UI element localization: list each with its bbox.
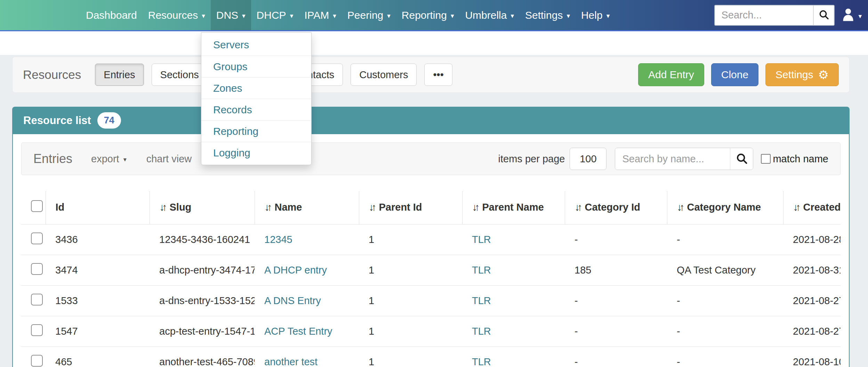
- sort-icon: ↓↑: [472, 202, 477, 213]
- nav-item[interactable]: Dashboard ▾: [80, 0, 143, 30]
- chevron-down-icon: ▾: [511, 12, 514, 20]
- nav-item[interactable]: Help ▾: [576, 0, 615, 30]
- dns-menu-item[interactable]: Zones: [201, 77, 311, 99]
- resource-list-body: Entries export ▾ chart view show filters…: [12, 134, 850, 367]
- nav-item[interactable]: DNS ▾: [211, 0, 251, 30]
- sort-icon: ↓↑: [265, 202, 270, 213]
- parent-name-link[interactable]: TLR: [472, 356, 491, 367]
- entry-name-link[interactable]: another test: [264, 356, 318, 367]
- entries-table-area: ↓↑Id ↓↑Slug ↓↑Name ↓↑Pa: [21, 191, 841, 367]
- column-header[interactable]: ↓↑Id: [46, 191, 150, 225]
- resource-tab[interactable]: Sections: [152, 64, 208, 86]
- row-checkbox[interactable]: [31, 263, 43, 275]
- global-search-input[interactable]: [715, 6, 813, 25]
- nav-item[interactable]: Resources ▾: [143, 0, 211, 30]
- name-search-button[interactable]: [730, 148, 753, 170]
- cell-id: 3474: [46, 255, 150, 286]
- cell-parent-id: 1: [359, 255, 462, 286]
- chevron-down-icon: ▾: [858, 12, 862, 20]
- dns-menu-item-label: Reporting: [213, 125, 258, 137]
- chevron-down-icon: ▾: [123, 156, 127, 163]
- nav-item[interactable]: DHCP ▾: [251, 0, 299, 30]
- resource-tab[interactable]: •••: [424, 64, 452, 86]
- nav-item-label: Resources: [148, 9, 198, 21]
- dns-menu-item-label: Logging: [213, 147, 250, 159]
- entry-name-link[interactable]: 12345: [264, 234, 292, 245]
- column-header[interactable]: ↓↑Created: [783, 191, 841, 225]
- row-checkbox[interactable]: [31, 294, 43, 305]
- nav-item[interactable]: Settings ▾: [520, 0, 576, 30]
- column-header[interactable]: ↓↑Name: [255, 191, 359, 225]
- cell-slug: another-test-465-70893: [150, 347, 255, 367]
- cell-slug: 12345-3436-160241: [150, 225, 255, 255]
- chevron-down-icon: ▾: [290, 12, 294, 20]
- column-header[interactable]: ↓↑Parent Name: [462, 191, 565, 225]
- entry-name-link[interactable]: A DNS Entry: [264, 295, 321, 306]
- name-search-input[interactable]: [615, 148, 730, 170]
- global-search-button[interactable]: [813, 6, 834, 25]
- dns-menu-item[interactable]: Groups: [201, 56, 311, 77]
- header-actions: Add Entry Clone Settings ⚙: [631, 63, 839, 86]
- cell-category-name: -: [667, 225, 783, 255]
- settings-button[interactable]: Settings ⚙: [765, 63, 839, 86]
- resource-tab-label: Customers: [359, 69, 408, 81]
- user-menu[interactable]: ▾: [842, 8, 862, 23]
- resource-list-panel: Resource list 74 Entries export ▾ chart …: [12, 107, 850, 367]
- select-all-checkbox[interactable]: [31, 200, 43, 212]
- cell-id: 1533: [46, 286, 150, 316]
- dns-menu-item[interactable]: Logging: [201, 142, 311, 163]
- column-header[interactable]: ↓↑Category Name: [667, 191, 783, 225]
- add-entry-button[interactable]: Add Entry: [638, 63, 704, 86]
- column-header[interactable]: ↓↑Slug: [150, 191, 255, 225]
- nav-item-label: DHCP: [257, 9, 286, 21]
- column-header-label: Name: [275, 202, 302, 213]
- parent-name-link[interactable]: TLR: [472, 264, 491, 276]
- cell-category-id: -: [565, 316, 667, 347]
- nav-item[interactable]: IPAM ▾: [299, 0, 342, 30]
- cell-parent-id: 1: [359, 316, 462, 347]
- items-per-page-input[interactable]: [570, 148, 606, 170]
- dns-dropdown-menu: Servers Groups Zones Records Reporting L…: [201, 32, 312, 165]
- dns-menu-item[interactable]: Servers: [201, 34, 311, 56]
- cell-category-id: 185: [565, 255, 667, 286]
- export-dropdown[interactable]: export ▾: [91, 153, 127, 165]
- cell-created: 2021-08-10 17: [783, 347, 841, 367]
- nav-menu: Dashboard ▾ Resources ▾ DNS ▾ DHCP ▾ IPA…: [80, 0, 615, 30]
- nav-item-label: Peering: [347, 9, 383, 21]
- chevron-down-icon: ▾: [333, 12, 336, 20]
- parent-name-link[interactable]: TLR: [472, 326, 491, 337]
- clone-button[interactable]: Clone: [711, 63, 758, 86]
- parent-name-link[interactable]: TLR: [472, 234, 491, 245]
- dns-menu-item-label: Servers: [213, 39, 249, 51]
- resource-list-heading: Resource list 74: [12, 107, 850, 134]
- cell-category-name: QA Test Category: [667, 255, 783, 286]
- table-row: 1547 acp-test-entry-1547-1... ACP Test E…: [21, 316, 841, 347]
- entry-name-link[interactable]: A DHCP entry: [264, 264, 327, 276]
- parent-name-link[interactable]: TLR: [472, 295, 491, 306]
- name-search: [615, 148, 753, 170]
- resource-count-badge: 74: [97, 112, 121, 129]
- dns-menu-item-label: Groups: [213, 61, 247, 73]
- nav-item[interactable]: Peering ▾: [342, 0, 396, 30]
- entry-name-link[interactable]: ACP Test Entry: [264, 326, 332, 337]
- resource-tab[interactable]: Entries: [95, 64, 144, 86]
- nav-item[interactable]: Reporting ▾: [396, 0, 460, 30]
- table-row: 3474 a-dhcp-entry-3474-17... A DHCP entr…: [21, 255, 841, 286]
- match-name-checkbox[interactable]: [761, 154, 771, 164]
- chevron-down-icon: ▾: [202, 12, 205, 20]
- dns-menu-item[interactable]: Records: [201, 99, 311, 120]
- nav-item[interactable]: Umbrella ▾: [459, 0, 520, 30]
- chevron-down-icon: ▾: [451, 12, 454, 20]
- row-checkbox[interactable]: [31, 233, 43, 244]
- dns-menu-item[interactable]: Reporting: [201, 120, 311, 142]
- resource-tab[interactable]: Customers: [351, 64, 417, 86]
- column-header[interactable]: ↓↑Category Id: [565, 191, 667, 225]
- column-header[interactable]: ↓↑Parent Id: [359, 191, 462, 225]
- column-header-label: Created: [803, 202, 841, 213]
- row-checkbox[interactable]: [31, 324, 43, 336]
- row-checkbox[interactable]: [31, 355, 43, 367]
- entries-toolbar: Entries export ▾ chart view show filters…: [21, 142, 841, 175]
- chevron-down-icon: ▾: [242, 12, 246, 20]
- chart-view-link[interactable]: chart view: [146, 153, 192, 165]
- cell-parent-id: 1: [359, 347, 462, 367]
